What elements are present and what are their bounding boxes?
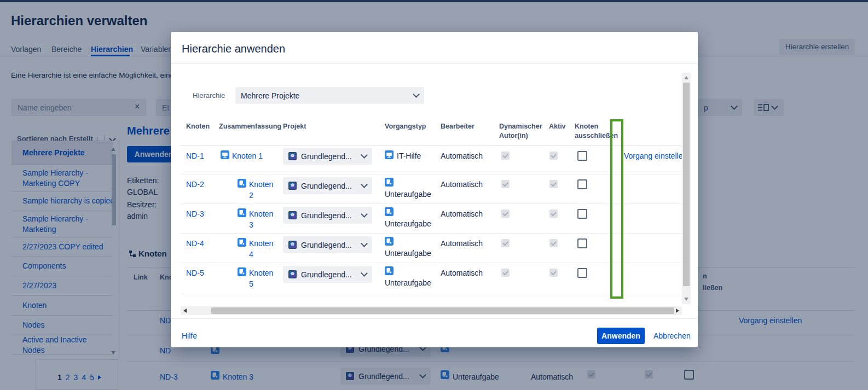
row-divider	[181, 294, 682, 294]
row-summary: Knoten 3	[238, 208, 277, 230]
row-project-dropdown[interactable]: Grundlegend...	[283, 266, 372, 283]
row-key[interactable]: ND-3	[186, 209, 204, 218]
row-summary-link[interactable]: Knoten 3	[249, 208, 277, 230]
set-issue-link[interactable]: Vorgang einstellen	[624, 152, 687, 160]
active-checkbox	[549, 152, 558, 160]
col-aktiv: Aktiv	[549, 122, 566, 131]
row-assignee: Automatisch	[441, 209, 483, 218]
dynamic-author-checkbox	[501, 269, 510, 277]
row-divider	[181, 203, 682, 204]
row-key[interactable]: ND-5	[186, 269, 204, 277]
col-dynamischer-autor: Dynamischer Autor(in)	[499, 122, 546, 141]
row-divider	[181, 263, 682, 263]
row-key[interactable]: ND-4	[186, 239, 204, 248]
row-issuetype: Unteraufgabe	[385, 278, 431, 287]
subtask-icon	[385, 207, 394, 218]
scroll-right-icon[interactable]	[676, 308, 679, 313]
project-avatar-icon	[288, 182, 297, 190]
dynamic-author-checkbox	[501, 209, 510, 218]
horizontal-scrollbar-track[interactable]	[181, 306, 682, 315]
it-help-icon	[221, 150, 229, 161]
row-summary-link[interactable]: Knoten 2	[249, 179, 277, 201]
exclude-node-checkbox[interactable]	[577, 238, 587, 248]
row-key[interactable]: ND-2	[186, 180, 204, 189]
modal-title: Hierarchie anwenden	[182, 43, 285, 55]
row-assignee: Automatisch	[441, 239, 483, 248]
hierarchy-select-value: Mehrere Projekte	[241, 91, 409, 100]
row-divider	[181, 174, 682, 174]
project-avatar-icon	[288, 241, 297, 249]
cancel-button[interactable]: Abbrechen	[653, 331, 691, 340]
it-help-icon	[385, 150, 394, 161]
chevron-down-icon	[361, 240, 368, 247]
project-avatar-icon	[288, 211, 297, 219]
subtask-icon	[238, 238, 246, 260]
vertical-scrollbar-thumb[interactable]	[683, 83, 690, 286]
subtask-icon	[238, 208, 246, 230]
row-project-value: Grundlegend...	[301, 182, 357, 190]
row-project-value: Grundlegend...	[301, 270, 357, 279]
hierarchy-select-label: Hierarchie	[193, 91, 225, 100]
apply-button[interactable]: Anwenden	[597, 328, 645, 344]
subtask-icon	[385, 178, 394, 189]
row-divider	[181, 233, 682, 234]
subtask-icon	[385, 266, 394, 277]
project-avatar-icon	[288, 152, 297, 160]
scroll-down-icon[interactable]	[684, 298, 688, 301]
row-project-dropdown[interactable]: Grundlegend...	[283, 177, 372, 194]
row-project-dropdown[interactable]: Grundlegend...	[283, 148, 372, 165]
row-project-dropdown[interactable]: Grundlegend...	[283, 236, 372, 253]
chevron-down-icon	[361, 152, 368, 159]
active-checkbox	[549, 269, 558, 277]
annotation-highlight	[610, 119, 623, 299]
dynamic-author-checkbox	[501, 152, 510, 160]
row-assignee: Automatisch	[441, 180, 483, 189]
row-issuetype: Unteraufgabe	[385, 249, 431, 258]
chevron-down-icon	[361, 270, 368, 277]
row-summary-link[interactable]: Knoten 4	[249, 238, 277, 260]
project-avatar-icon	[288, 270, 297, 278]
chevron-down-icon	[361, 211, 368, 218]
exclude-node-checkbox[interactable]	[577, 268, 587, 278]
chevron-down-icon	[413, 91, 420, 98]
hierarchy-select[interactable]: Mehrere Projekte	[235, 87, 424, 104]
row-summary-link[interactable]: Knoten 1	[232, 152, 263, 160]
exclude-node-checkbox[interactable]	[577, 151, 587, 161]
exclude-node-checkbox[interactable]	[577, 209, 587, 219]
col-zusammenfassung: Zusammenfassung	[219, 122, 281, 131]
active-checkbox	[549, 209, 558, 218]
row-summary: Knoten 4	[238, 238, 277, 260]
row-project-dropdown[interactable]: Grundlegend...	[283, 207, 372, 224]
col-vorgangstyp: Vorgangstyp	[385, 122, 426, 131]
row-project-value: Grundlegend...	[301, 241, 357, 249]
row-issuetype: Unteraufgabe	[385, 219, 431, 228]
row-assignee: Automatisch	[441, 152, 483, 160]
col-projekt: Projekt	[283, 122, 306, 131]
scroll-left-icon[interactable]	[183, 308, 187, 313]
active-checkbox	[549, 180, 558, 188]
row-issuetype: IT-Hilfe	[397, 152, 421, 160]
screen: Hierarchien verwalten Hierarchie erstell…	[0, 0, 868, 390]
exclude-node-checkbox[interactable]	[577, 179, 587, 189]
row-project-value: Grundlegend...	[301, 152, 357, 161]
row-key[interactable]: ND-1	[186, 152, 204, 160]
vertical-scrollbar-track[interactable]	[682, 73, 691, 304]
dynamic-author-checkbox	[501, 239, 510, 247]
horizontal-scrollbar-thumb[interactable]	[211, 307, 674, 314]
row-project-value: Grundlegend...	[301, 211, 357, 220]
scroll-up-icon[interactable]	[684, 76, 688, 79]
chevron-down-icon	[361, 181, 368, 188]
row-summary: Knoten 2	[238, 179, 277, 201]
row-summary-link[interactable]: Knoten 5	[249, 267, 277, 289]
subtask-icon	[238, 179, 246, 201]
active-checkbox	[549, 239, 558, 247]
subtask-icon	[385, 237, 394, 248]
table-header-divider	[181, 145, 682, 145]
col-bearbeiter: Bearbeiter	[441, 122, 474, 131]
modal-footer-divider	[171, 318, 698, 319]
help-link[interactable]: Hilfe	[182, 331, 197, 340]
row-summary: Knoten 5	[238, 267, 277, 289]
col-knoten: Knoten	[186, 122, 210, 131]
row-issuetype: Unteraufgabe	[385, 190, 431, 199]
row-assignee: Automatisch	[441, 269, 483, 277]
